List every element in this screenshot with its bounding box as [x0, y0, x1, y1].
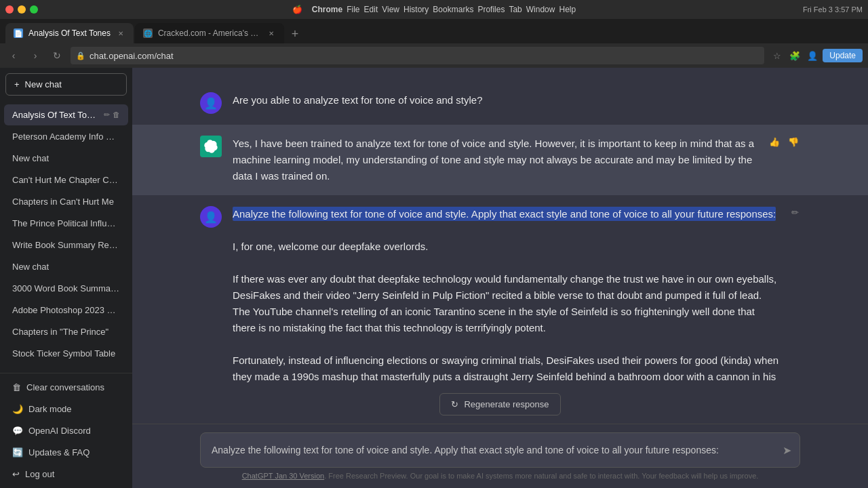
- bookmark-icon[interactable]: ☆: [770, 48, 785, 63]
- clear-icon: 🗑: [12, 382, 21, 392]
- send-button[interactable]: ➤: [783, 443, 791, 459]
- tab-favicon-2: 🌐: [143, 28, 153, 38]
- main-app: + New chat Analysis Of Text Tones ✏ 🗑 Pe…: [0, 68, 868, 488]
- edit-message-icon[interactable]: ✏: [790, 206, 800, 219]
- regenerate-icon: ↻: [451, 399, 458, 409]
- back-button[interactable]: ‹: [5, 47, 22, 64]
- sidebar-item-label: The Prince Political Influence: [12, 218, 120, 228]
- sidebar-item-stock-ticker[interactable]: Stock Ticker Symbol Table: [4, 343, 128, 364]
- reload-button[interactable]: ↻: [49, 47, 65, 64]
- menu-chrome[interactable]: Chrome: [312, 5, 342, 14]
- omnibar-actions: ☆ 🧩 👤 Update: [770, 48, 863, 63]
- new-chat-button[interactable]: + New chat: [5, 73, 127, 96]
- sidebar-item-label: Analysis Of Text Tones: [12, 110, 100, 120]
- sidebar-item-label: Can't Hurt Me Chapter Coun...: [12, 175, 120, 185]
- menu-window[interactable]: Window: [526, 5, 555, 14]
- sidebar-item-label: New chat: [12, 153, 120, 163]
- user-avatar-1: 👤: [200, 92, 222, 114]
- new-tab-button[interactable]: +: [285, 24, 304, 43]
- menu-edit[interactable]: Edit: [364, 5, 378, 14]
- menu-view[interactable]: View: [382, 5, 399, 14]
- new-chat-label: New chat: [25, 79, 62, 89]
- sidebar-clear-conversations[interactable]: 🗑 Clear conversations: [4, 377, 128, 398]
- highlighted-text: Analyze the following text for tone of v…: [233, 207, 776, 221]
- regenerate-button[interactable]: ↻ Regenerate response: [439, 393, 560, 415]
- sidebar-item-label: Chapters in "The Prince": [12, 327, 120, 337]
- tab-active[interactable]: 📄 Analysis Of Text Tones ✕: [5, 23, 134, 43]
- sidebar-item-adobe[interactable]: Adobe Photoshop 2023 Help...: [4, 300, 128, 321]
- macos-menubar: 🍎 Chrome File Edit View History Bookmark…: [0, 0, 868, 19]
- sidebar-item-label: 3000 Word Book Summary R...: [12, 283, 120, 293]
- close-button[interactable]: [5, 5, 14, 14]
- sidebar-item-3000-word[interactable]: 3000 Word Book Summary R...: [4, 278, 128, 299]
- extensions-icon[interactable]: 🧩: [787, 48, 802, 63]
- address-bar[interactable]: 🔒 chat.openai.com/chat: [71, 47, 764, 64]
- sidebar-item-edit-actions: ✏ 🗑: [104, 110, 120, 119]
- updates-label: Updates & FAQ: [28, 447, 90, 458]
- tab-bar: 📄 Analysis Of Text Tones ✕ 🌐 Cracked.com…: [0, 19, 868, 43]
- message-text-3: Analyze the following text for tone of v…: [233, 206, 779, 385]
- delete-icon[interactable]: 🗑: [113, 110, 120, 119]
- menu-apple[interactable]: 🍎: [292, 5, 302, 14]
- chat-input-text: Analyze the following text for tone of v…: [212, 443, 767, 458]
- sidebar-item-chapters-cant-hurt[interactable]: Chapters in Can't Hurt Me: [4, 191, 128, 212]
- sidebar-dark-mode[interactable]: 🌙 Dark mode: [4, 399, 128, 420]
- sidebar-item-label: Write Book Summary Reque...: [12, 240, 120, 250]
- message-user-2: 👤 Analyze the following text for tone of…: [132, 195, 868, 385]
- maximize-button[interactable]: [30, 5, 38, 14]
- updates-icon: 🔄: [12, 447, 23, 458]
- message-text-1: Are you able to analyze text for tone of…: [233, 92, 800, 108]
- system-time: Fri Feb 3 3:57 PM: [803, 5, 863, 14]
- user-avatar-icon: 👤: [204, 97, 218, 110]
- sidebar-logout[interactable]: ↩ Log out: [4, 464, 128, 485]
- tab-title-1: Analysis Of Text Tones: [28, 28, 111, 38]
- sidebar-discord[interactable]: 💬 OpenAI Discord: [4, 420, 128, 441]
- sidebar-item-label: New chat: [12, 262, 120, 272]
- thumbs-down-icon[interactable]: 👎: [787, 136, 800, 148]
- menu-profiles[interactable]: Profiles: [477, 5, 505, 14]
- tab-inactive[interactable]: 🌐 Cracked.com - America's Only... ✕: [135, 23, 284, 43]
- assistant-avatar-1: [200, 136, 222, 157]
- discord-label: OpenAI Discord: [28, 426, 91, 436]
- sidebar-list: Analysis Of Text Tones ✏ 🗑 Peterson Acad…: [0, 101, 132, 373]
- regenerate-label: Regenerate response: [464, 399, 549, 409]
- sidebar-item-write-book[interactable]: Write Book Summary Reque...: [4, 235, 128, 256]
- thumbs-up-icon[interactable]: 👍: [768, 136, 781, 148]
- sidebar-updates[interactable]: 🔄 Updates & FAQ: [4, 442, 128, 463]
- sidebar-item-chapters-prince[interactable]: Chapters in "The Prince": [4, 321, 128, 342]
- menu-history[interactable]: History: [403, 5, 429, 14]
- chatgpt-version-link[interactable]: ChatGPT Jan 30 Version: [242, 472, 324, 480]
- edit-icon[interactable]: ✏: [104, 110, 110, 119]
- plus-icon: +: [14, 79, 20, 89]
- message-actions-1: 👍 👎: [768, 136, 800, 148]
- profile-icon[interactable]: 👤: [805, 48, 820, 63]
- message-actions-2: ✏: [790, 206, 800, 219]
- menu-file[interactable]: File: [347, 5, 359, 14]
- menu-help[interactable]: Help: [559, 5, 576, 14]
- minimize-button[interactable]: [18, 5, 26, 14]
- sidebar-item-analysis-text-tones[interactable]: Analysis Of Text Tones ✏ 🗑: [4, 104, 128, 125]
- sidebar-item-prince-political[interactable]: The Prince Political Influence: [4, 213, 128, 234]
- browser-chrome: 📄 Analysis Of Text Tones ✕ 🌐 Cracked.com…: [0, 19, 868, 68]
- tab-title-2: Cracked.com - America's Only...: [158, 28, 261, 38]
- user-avatar-icon-2: 👤: [204, 211, 218, 224]
- menu-bookmarks[interactable]: Bookmarks: [433, 5, 473, 14]
- tab-close-2[interactable]: ✕: [267, 28, 276, 38]
- tab-close-1[interactable]: ✕: [116, 28, 125, 38]
- menu-tab[interactable]: Tab: [509, 5, 521, 14]
- sidebar-item-new-chat-2[interactable]: New chat: [4, 256, 128, 277]
- traffic-lights[interactable]: [5, 5, 38, 14]
- menu-bar: 🍎 Chrome File Edit View History Bookmark…: [292, 5, 576, 14]
- logout-label: Log out: [25, 469, 54, 479]
- logout-icon: ↩: [12, 469, 20, 479]
- forward-button[interactable]: ›: [27, 47, 43, 64]
- secure-icon: 🔒: [76, 52, 85, 60]
- sidebar-item-label: Adobe Photoshop 2023 Help...: [12, 305, 120, 315]
- sidebar-bottom: 🗑 Clear conversations 🌙 Dark mode 💬 Open…: [0, 373, 132, 488]
- sidebar-item-cant-hurt-me-count[interactable]: Can't Hurt Me Chapter Coun...: [4, 169, 128, 190]
- sidebar-item-label: Stock Ticker Symbol Table: [12, 348, 120, 359]
- sidebar-item-new-chat-1[interactable]: New chat: [4, 148, 128, 169]
- update-button[interactable]: Update: [823, 49, 863, 62]
- discord-icon: 💬: [12, 426, 23, 436]
- sidebar-item-peterson[interactable]: Peterson Academy Info Requ...: [4, 126, 128, 147]
